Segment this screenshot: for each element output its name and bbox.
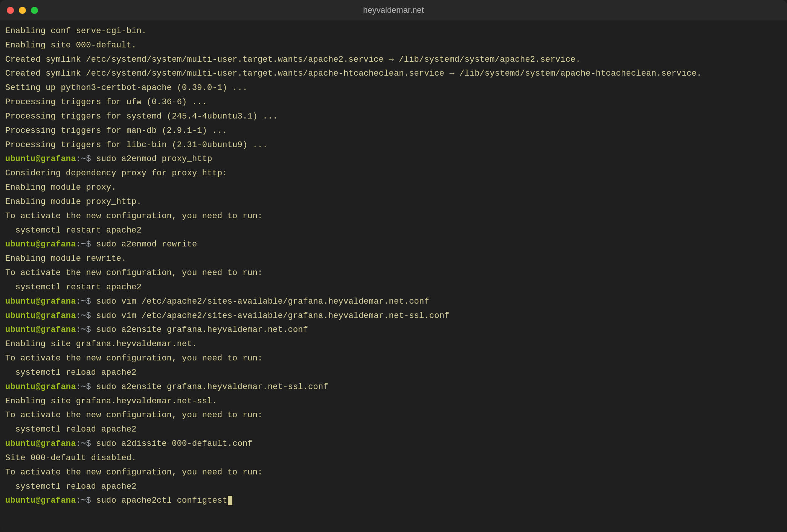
terminal-command: sudo a2ensite grafana.heyvaldemar.net.co…	[96, 325, 308, 334]
terminal-output-line: systemctl reload apache2	[5, 366, 782, 380]
terminal-output: Considering dependency proxy for proxy_h…	[5, 169, 227, 178]
terminal-output: Setting up python3-certbot-apache (0.39.…	[5, 83, 247, 93]
terminal-output-line: Enabling site grafana.heyvaldemar.net.	[5, 337, 782, 351]
prompt-colon: :	[76, 297, 81, 306]
prompt-colon: :	[76, 154, 81, 164]
prompt-colon: :	[76, 311, 81, 321]
terminal-output-line: Processing triggers for systemd (245.4-4…	[5, 109, 782, 124]
prompt-host: grafana	[41, 439, 76, 448]
terminal-output: To activate the new configuration, you n…	[5, 410, 263, 420]
prompt-host: grafana	[41, 240, 76, 249]
prompt-at: @	[35, 240, 40, 249]
terminal-output: Enabling module rewrite.	[5, 254, 127, 263]
terminal-output-line: Enabling site 000-default.	[5, 38, 782, 53]
terminal-output-line: Enabling module rewrite.	[5, 252, 782, 266]
terminal-output-line: Enabling conf serve-cgi-bin.	[5, 24, 782, 38]
terminal-output: systemctl restart apache2	[5, 226, 142, 235]
window-title: heyvaldemar.net	[0, 5, 787, 15]
prompt-path: ~	[81, 439, 86, 448]
terminal-command: sudo vim /etc/apache2/sites-available/gr…	[96, 311, 449, 321]
terminal-body[interactable]: Enabling conf serve-cgi-bin.Enabling sit…	[0, 20, 787, 532]
terminal-output: Enabling site grafana.heyvaldemar.net.	[5, 339, 197, 349]
terminal-output: Processing triggers for libc-bin (2.31-0…	[5, 140, 268, 150]
terminal-output-line: Enabling site grafana.heyvaldemar.net-ss…	[5, 394, 782, 409]
prompt-user: ubuntu	[5, 325, 35, 334]
terminal-current-line[interactable]: ubuntu@grafana:~$ sudo apache2ctl config…	[5, 494, 782, 508]
titlebar: heyvaldemar.net	[0, 0, 787, 20]
terminal-output-line: To activate the new configuration, you n…	[5, 266, 782, 280]
terminal-output: Enabling site 000-default.	[5, 41, 136, 50]
terminal-command-line: ubuntu@grafana:~$ sudo vim /etc/apache2/…	[5, 295, 782, 309]
prompt-symbol: $	[86, 496, 96, 505]
terminal-command: sudo a2enmod proxy_http	[96, 154, 212, 164]
prompt-user: ubuntu	[5, 154, 35, 164]
prompt-user: ubuntu	[5, 297, 35, 306]
terminal-output: systemctl reload apache2	[5, 482, 136, 491]
terminal-output-line: systemctl reload apache2	[5, 423, 782, 437]
terminal-output: Enabling site grafana.heyvaldemar.net-ss…	[5, 397, 217, 406]
terminal-output: Enabling module proxy.	[5, 183, 116, 192]
prompt-colon: :	[76, 496, 81, 505]
prompt-at: @	[35, 311, 40, 321]
prompt-user: ubuntu	[5, 382, 35, 392]
terminal-output-line: Setting up python3-certbot-apache (0.39.…	[5, 81, 782, 95]
terminal-command-line: ubuntu@grafana:~$ sudo a2ensite grafana.…	[5, 380, 782, 394]
terminal-command-line: ubuntu@grafana:~$ sudo a2ensite grafana.…	[5, 323, 782, 337]
terminal-output-line: To activate the new configuration, you n…	[5, 465, 782, 480]
prompt-symbol: $	[86, 240, 96, 249]
prompt-symbol: $	[86, 439, 96, 448]
prompt-host: grafana	[41, 496, 76, 505]
terminal-output: Enabling conf serve-cgi-bin.	[5, 26, 146, 36]
close-icon[interactable]	[7, 7, 14, 14]
prompt-path: ~	[81, 311, 86, 321]
terminal-output: Processing triggers for systemd (245.4-4…	[5, 112, 278, 121]
minimize-icon[interactable]	[19, 7, 26, 14]
prompt-user: ubuntu	[5, 496, 35, 505]
terminal-output: Processing triggers for ufw (0.36-6) ...	[5, 97, 207, 107]
terminal-output-line: Processing triggers for libc-bin (2.31-0…	[5, 138, 782, 152]
prompt-colon: :	[76, 325, 81, 334]
cursor-icon	[228, 496, 232, 505]
terminal-output-line: systemctl reload apache2	[5, 480, 782, 494]
terminal-command: sudo a2enmod rewrite	[96, 240, 197, 249]
prompt-path: ~	[81, 240, 86, 249]
prompt-at: @	[35, 496, 40, 505]
prompt-colon: :	[76, 240, 81, 249]
terminal-command: sudo a2dissite 000-default.conf	[96, 439, 252, 448]
terminal-output-line: Processing triggers for man-db (2.9.1-1)…	[5, 124, 782, 138]
prompt-symbol: $	[86, 154, 96, 164]
prompt-host: grafana	[41, 382, 76, 392]
prompt-user: ubuntu	[5, 311, 35, 321]
terminal-command-line: ubuntu@grafana:~$ sudo a2enmod rewrite	[5, 237, 782, 252]
terminal-input[interactable]: sudo apache2ctl configtest	[96, 496, 227, 505]
terminal-output-line: To activate the new configuration, you n…	[5, 209, 782, 223]
prompt-symbol: $	[86, 311, 96, 321]
terminal-output: Created symlink /etc/systemd/system/mult…	[5, 55, 581, 64]
prompt-user: ubuntu	[5, 240, 35, 249]
terminal-output-line: Site 000-default disabled.	[5, 451, 782, 465]
terminal-output: systemctl restart apache2	[5, 283, 142, 292]
prompt-at: @	[35, 154, 40, 164]
prompt-user: ubuntu	[5, 439, 35, 448]
terminal-output-line: Processing triggers for ufw (0.36-6) ...	[5, 95, 782, 109]
terminal-output-line: Enabling module proxy.	[5, 181, 782, 195]
prompt-colon: :	[76, 382, 81, 392]
terminal-output: To activate the new configuration, you n…	[5, 268, 263, 278]
prompt-path: ~	[81, 496, 86, 505]
prompt-symbol: $	[86, 325, 96, 334]
terminal-output: Site 000-default disabled.	[5, 453, 136, 463]
terminal-output-line: Created symlink /etc/systemd/system/mult…	[5, 53, 782, 67]
prompt-at: @	[35, 325, 40, 334]
terminal-output: Enabling module proxy_http.	[5, 197, 142, 207]
terminal-output: To activate the new configuration, you n…	[5, 211, 263, 221]
prompt-host: grafana	[41, 154, 76, 164]
terminal-output-line: systemctl restart apache2	[5, 280, 782, 295]
terminal-output: Created symlink /etc/systemd/system/mult…	[5, 69, 702, 78]
prompt-host: grafana	[41, 297, 76, 306]
zoom-icon[interactable]	[31, 7, 38, 14]
prompt-symbol: $	[86, 297, 96, 306]
terminal-output: Processing triggers for man-db (2.9.1-1)…	[5, 126, 227, 135]
prompt-at: @	[35, 297, 40, 306]
terminal-output: To activate the new configuration, you n…	[5, 354, 263, 363]
prompt-path: ~	[81, 154, 86, 164]
